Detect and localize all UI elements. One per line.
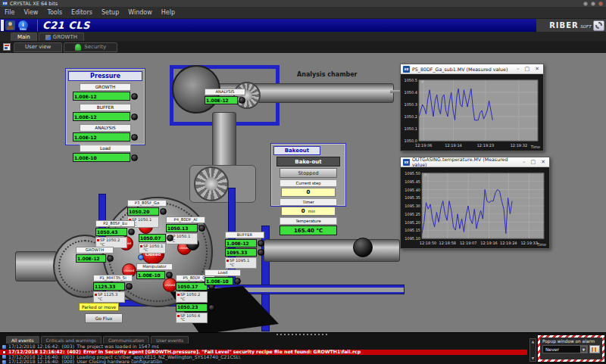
chart-minimize-icon[interactable]: – — [523, 159, 526, 165]
current-step-label: Current step — [280, 179, 337, 187]
gauge-knob[interactable] — [166, 272, 173, 278]
chart-plot-outgasing: 1095.101095.151095.201095.251095.301095.… — [402, 168, 548, 247]
cell-value: 1125.33 — [93, 282, 125, 291]
menu-editors[interactable]: Editors — [71, 9, 92, 16]
tab-criticals[interactable]: Criticals and warnings — [41, 336, 102, 344]
event-log-tabs: All events Criticals and warnings Commun… — [0, 336, 606, 344]
tab-user-events[interactable]: User events — [151, 336, 189, 344]
security-label: Security — [84, 44, 106, 50]
svg-text:1095.35: 1095.35 — [405, 195, 420, 200]
gauge-value: 1.00E-12 — [76, 254, 106, 263]
cell-knob[interactable] — [208, 304, 215, 311]
scroll-up-icon[interactable]: ▲ — [532, 340, 534, 344]
brand-suffix: SOFT — [580, 24, 591, 29]
cell-knob[interactable] — [128, 229, 135, 235]
gauge-knob[interactable] — [131, 93, 138, 100]
gauge-knob[interactable] — [131, 134, 138, 141]
chart-maximize-icon[interactable]: ▢ — [531, 159, 536, 165]
current-step-value[interactable]: 0 — [281, 188, 336, 197]
cell-label: P2_80SF_Eu — [95, 220, 135, 227]
chart-minimize-icon[interactable]: – — [517, 66, 520, 72]
menu-file[interactable]: File — [5, 9, 14, 16]
tab-main-label: Main — [17, 34, 30, 40]
menu-window[interactable]: Window — [128, 9, 152, 16]
tab-security[interactable]: Security — [64, 42, 117, 52]
go-flux-button[interactable]: Go Flux — [85, 313, 123, 323]
gauge-knob[interactable] — [239, 97, 245, 104]
user-avatar[interactable] — [5, 20, 15, 30]
alarm-popup-value: Never — [545, 347, 559, 352]
svg-text:1095.25: 1095.25 — [405, 212, 420, 216]
alarm-popup-dropdown[interactable]: Never ▼ — [542, 345, 588, 353]
chart-maximize-icon[interactable]: ▢ — [525, 66, 530, 72]
tab-communication[interactable]: Communication — [103, 336, 149, 344]
gauge-knob[interactable] — [258, 240, 264, 247]
gauge-value: 1.00E-10 — [205, 277, 233, 285]
alarm-popup-panel: Popup window on alarm Never ▼ — [538, 335, 604, 362]
gauge-label: GROWTH — [76, 247, 114, 254]
svg-text:1050.1: 1050.1 — [405, 126, 418, 131]
bellows-gear — [194, 166, 229, 201]
cell-knob[interactable] — [160, 208, 167, 215]
bakeout-state-button[interactable]: Stopped — [280, 168, 337, 178]
view-tabs: Main GROWTH — [0, 32, 606, 41]
gauge-label: Load — [80, 145, 132, 152]
minimize-button[interactable] — [583, 2, 588, 6]
log-entry[interactable]: 17/12/2018 12:16:40: (008) User Closing … — [0, 359, 527, 364]
tab-all-events[interactable]: All events — [6, 336, 39, 344]
log-code: (008) — [62, 359, 75, 364]
cell-setpoint: SP 1125.3 °C — [93, 291, 125, 302]
vertical-column — [212, 112, 236, 173]
chart-window-titlebar[interactable]: XE OUTGASING.temperature.MV (Measured va… — [401, 157, 549, 167]
settings-button[interactable] — [593, 20, 604, 31]
titlebar: XE CRYSTAL XE 64 bits — [0, 0, 606, 7]
svg-text:12:19:33: 12:19:33 — [520, 241, 537, 245]
pressure-gauge-buffer: BUFFER 1.00E-12 — [73, 104, 138, 121]
tab-main[interactable]: Main — [11, 33, 37, 41]
alarm-config-button[interactable] — [589, 345, 600, 353]
close-button[interactable] — [598, 2, 603, 6]
log-scrollbar[interactable]: ▲ ▼ — [529, 338, 536, 362]
cell-knob[interactable] — [198, 225, 205, 232]
growth-tab-icon — [45, 35, 51, 40]
tab-user-view[interactable]: User view — [14, 42, 62, 52]
smu-info-icon[interactable]: iSMU — [18, 20, 28, 30]
gauge-knob[interactable] — [234, 278, 241, 285]
parked-status-tag: Parked or move — [79, 303, 119, 311]
gauge-knob[interactable] — [258, 249, 264, 256]
scroll-down-icon[interactable]: ▼ — [532, 356, 534, 360]
timer-value[interactable]: 0min — [281, 207, 336, 216]
maximize-button[interactable] — [591, 2, 595, 6]
chart-close-icon[interactable]: ✕ — [541, 159, 545, 165]
svg-text:Time: Time — [530, 145, 540, 149]
tab-growth[interactable]: GROWTH — [39, 33, 84, 41]
menu-view[interactable]: View — [23, 9, 38, 16]
gauge-label: ANALYSIS — [80, 124, 132, 132]
info-icon — [2, 360, 6, 364]
gauge-knob[interactable] — [167, 235, 173, 241]
svg-text:1095.30: 1095.30 — [405, 204, 420, 208]
menu-help[interactable]: Help — [161, 9, 175, 16]
gauge-value: 1050.07 — [139, 234, 166, 242]
gauge-knob[interactable] — [131, 154, 138, 161]
gauge-knob[interactable] — [107, 255, 114, 262]
menu-setup[interactable]: Setup — [102, 9, 119, 16]
gauge-value: 1.00E-12 — [205, 96, 238, 104]
menu-tools[interactable]: Tools — [47, 9, 62, 16]
svg-text:1050.2: 1050.2 — [405, 114, 418, 119]
chart-window-icon: XE — [403, 159, 410, 166]
chart-window-icon: XE — [403, 66, 410, 73]
chevron-down-icon[interactable]: ▼ — [580, 346, 587, 353]
svg-text:12:19:24: 12:19:24 — [500, 241, 517, 245]
gauge-value: 1.00E-12 — [73, 132, 130, 142]
gauge-knob[interactable] — [131, 114, 138, 120]
svg-text:1095.50: 1095.50 — [405, 171, 420, 176]
chart-close-icon[interactable]: ✕ — [535, 66, 539, 72]
cell-knob[interactable] — [126, 283, 133, 290]
substrate-gauge: 1050.07 SP 1050.1 °C — [139, 234, 173, 254]
buffer-transfer-tube — [264, 239, 400, 262]
cell-label: P4_80DF_Al — [166, 216, 205, 223]
svg-text:1050.5: 1050.5 — [405, 78, 418, 82]
chart-window-titlebar[interactable]: XE P5_80DF_Ga_sub1.MV (Measured value) –… — [401, 64, 543, 74]
cell-label: P1_MHT35_Si — [93, 275, 133, 282]
